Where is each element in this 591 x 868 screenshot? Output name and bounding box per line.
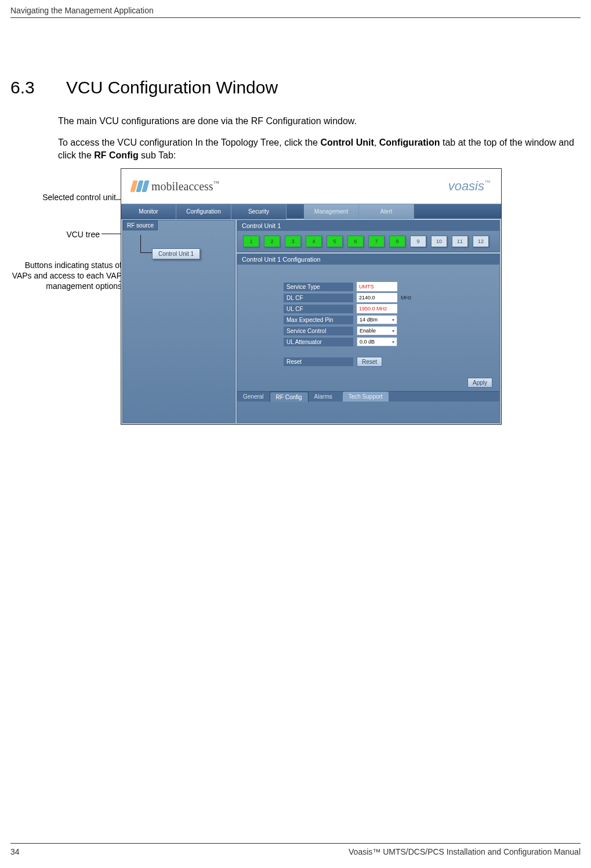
voasis-logo: voasis™ — [448, 179, 491, 194]
p2-bold-configuration: Configuration — [379, 138, 440, 147]
select-max-pin[interactable]: 14 dBm▾ — [357, 315, 397, 324]
logo-bar: mobileaccess™ voasis™ — [121, 169, 501, 204]
row-ul-attenuator: UL Attenuator 0.0 dB▾ — [284, 337, 470, 346]
apply-button[interactable]: Apply — [467, 378, 492, 388]
p2-text-c: , — [374, 138, 379, 147]
config-panel-header: Control Unit 1 Configuration — [237, 254, 499, 265]
page-number: 34 — [10, 847, 20, 856]
footer-rule — [10, 843, 581, 844]
p2-bold-rf-config: RF Config — [94, 150, 138, 160]
reset-button[interactable]: Reset — [357, 357, 382, 367]
vap-button-9[interactable]: 9 — [410, 236, 426, 247]
p2-text-g: sub Tab: — [139, 150, 176, 160]
vap-button-5[interactable]: 5 — [327, 236, 343, 247]
config-panel: Control Unit 1 Configuration Service Typ… — [237, 254, 500, 423]
config-panel-body: Service Type UMTS DL CF 2140.0 MHz UL CF… — [237, 265, 499, 374]
sub-tabs: General RF Config Alarms Tech Support — [237, 391, 499, 402]
subtab-general[interactable]: General — [237, 392, 270, 402]
vap-button-12[interactable]: 12 — [473, 236, 489, 247]
body-paragraph-2: To access the VCU configuration In the T… — [58, 136, 581, 162]
chevron-down-icon: ▾ — [392, 339, 394, 345]
mobileaccess-word: mobileaccess — [151, 180, 213, 193]
row-service-type: Service Type UMTS — [284, 282, 470, 291]
label-reset: Reset — [284, 357, 353, 366]
left-pane-tree: RF source Control Unit 1 — [122, 220, 235, 423]
callout-vcu-tree: VCU tree — [6, 230, 100, 239]
tree-line-vertical — [140, 235, 141, 252]
subtab-tech-support[interactable]: Tech Support — [343, 392, 389, 402]
body-paragraph-1: The main VCU configurations are done via… — [58, 116, 581, 126]
label-service-control: Service Control — [284, 327, 353, 335]
row-max-pin: Max Expected Pin 14 dBm▾ — [284, 315, 470, 324]
page-footer: 34 Voasis™ UMTS/DCS/PCS Installation and… — [10, 843, 581, 856]
vap-status-buttons: 1 2 3 4 5 6 7 8 9 10 11 12 — [237, 231, 499, 252]
label-max-pin: Max Expected Pin — [284, 316, 353, 324]
value-ul-cf: 1950.0 MHz — [357, 304, 397, 313]
nav-alert[interactable]: Alert — [359, 204, 414, 219]
vap-button-1[interactable]: 1 — [243, 236, 259, 247]
row-dl-cf: DL CF 2140.0 MHz — [284, 293, 470, 302]
vap-button-11[interactable]: 11 — [452, 236, 468, 247]
label-service-type: Service Type — [284, 283, 353, 291]
callout-selected-control-unit: Selected control unit — [6, 193, 116, 202]
tm-suffix: ™ — [213, 180, 219, 186]
row-reset: Reset Reset — [284, 357, 470, 367]
mobileaccess-icon — [132, 180, 148, 192]
top-panel-header: Control Unit 1 — [237, 220, 499, 231]
nav-configuration[interactable]: Configuration — [176, 204, 231, 219]
tm-suffix-2: ™ — [484, 179, 491, 186]
value-service-type: UMTS — [357, 282, 397, 291]
vap-button-6[interactable]: 6 — [347, 236, 364, 247]
chevron-down-icon: ▾ — [392, 328, 394, 334]
apply-row: Apply — [237, 374, 499, 391]
vap-button-10[interactable]: 10 — [431, 236, 447, 247]
header-rule — [10, 17, 581, 18]
vap-button-4[interactable]: 4 — [306, 236, 322, 247]
p2-bold-control-unit: Control Unit — [320, 138, 374, 147]
tree-node-control-unit-1[interactable]: Control Unit 1 — [152, 248, 200, 259]
content-area: RF source Control Unit 1 Control Unit 1 … — [121, 219, 501, 424]
top-nav: Monitor Configuration Security Managemen… — [121, 204, 501, 219]
chevron-down-icon: ▾ — [392, 317, 394, 323]
suffix-dl-cf: MHz — [401, 295, 412, 301]
input-dl-cf[interactable]: 2140.0 — [357, 293, 397, 302]
label-ul-cf: UL CF — [284, 305, 353, 313]
voasis-logo-text: voasis — [448, 179, 484, 193]
app-screenshot: mobileaccess™ voasis™ Monitor Configurat… — [121, 168, 502, 425]
row-ul-cf: UL CF 1950.0 MHz — [284, 304, 470, 313]
vap-button-3[interactable]: 3 — [285, 236, 301, 247]
manual-title: Voasis™ UMTS/DCS/PCS Installation and Co… — [349, 847, 581, 856]
callout-vap-buttons: Buttons indicating status of VAPs and ac… — [6, 260, 122, 292]
nav-security[interactable]: Security — [231, 204, 287, 219]
mobileaccess-logo-text: mobileaccess™ — [151, 180, 219, 193]
vap-button-2[interactable]: 2 — [264, 236, 280, 247]
subtab-rf-config[interactable]: RF Config — [270, 392, 309, 402]
select-service-control[interactable]: Enable▾ — [357, 326, 397, 335]
select-ul-attenuator[interactable]: 0.0 dB▾ — [357, 337, 397, 346]
rf-source-label: RF source — [123, 220, 158, 230]
nav-management[interactable]: Management — [304, 204, 359, 219]
page-header-title: Navigating the Management Application — [10, 6, 154, 15]
top-panel: Control Unit 1 1 2 3 4 5 6 7 8 9 10 11 1… — [237, 220, 500, 252]
right-pane: Control Unit 1 1 2 3 4 5 6 7 8 9 10 11 1… — [237, 220, 500, 423]
subtab-alarms[interactable]: Alarms — [309, 392, 338, 402]
vap-button-8[interactable]: 8 — [389, 236, 405, 247]
section-title: VCU Configuration Window — [66, 78, 278, 97]
mobileaccess-logo: mobileaccess™ — [132, 180, 219, 193]
vap-button-7[interactable]: 7 — [368, 236, 385, 247]
section-number: 6.3 — [10, 78, 35, 97]
nav-monitor[interactable]: Monitor — [121, 204, 176, 219]
label-dl-cf: DL CF — [284, 294, 353, 302]
label-ul-attenuator: UL Attenuator — [284, 338, 353, 346]
row-service-control: Service Control Enable▾ — [284, 326, 470, 335]
tree-line-horizontal — [140, 252, 152, 253]
p2-text-a: To access the VCU configuration In the T… — [58, 138, 320, 147]
